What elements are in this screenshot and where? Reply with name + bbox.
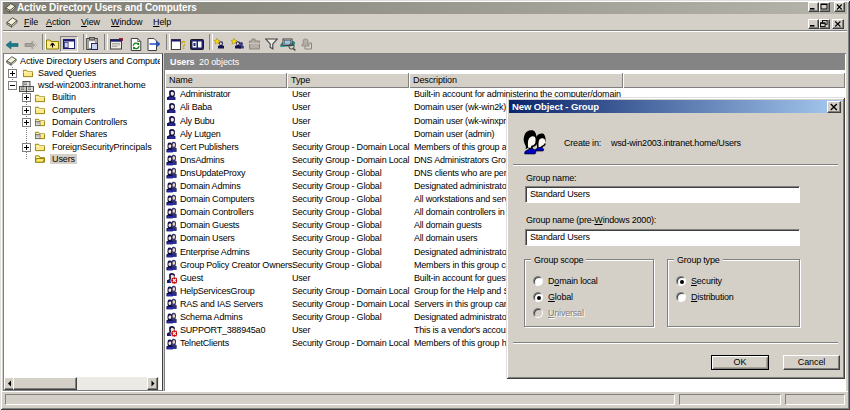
svg-text:?: ? xyxy=(181,39,186,51)
